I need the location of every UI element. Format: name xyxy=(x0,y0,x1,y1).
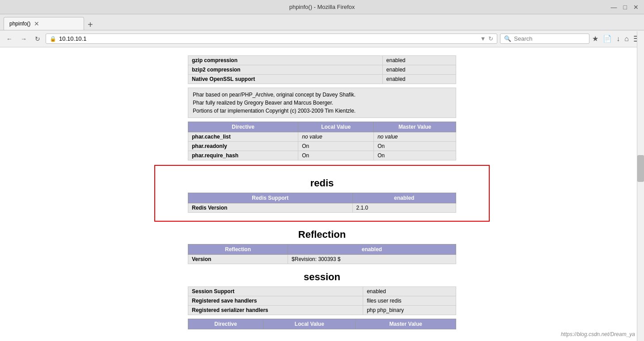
security-icon: 🔒 xyxy=(50,36,56,42)
table-header-row: Directive Local Value Master Value xyxy=(188,319,456,329)
table-row: gzip compression enabled xyxy=(188,56,456,65)
session-table: Session Support enabled Registered save … xyxy=(188,286,456,315)
table-row: Version $Revision: 300393 $ xyxy=(188,255,456,264)
window-controls[interactable]: ― □ ✕ xyxy=(611,4,639,11)
cell-phar-readonly: phar.readonly xyxy=(188,142,298,151)
browser-navbar: ← → ↻ 🔒 ▼ ↻ 🔍 ★ 📄 ↓ ⌂ ☰ xyxy=(0,30,644,47)
table-row: phar.require_hash On On xyxy=(188,151,456,160)
phar-directive-table: Directive Local Value Master Value phar.… xyxy=(188,122,456,160)
col-master-value: Master Value xyxy=(374,122,456,132)
phar-info-line2: Phar fully realized by Gregory Beaver an… xyxy=(193,99,451,107)
cell-phar-require-hash: phar.require_hash xyxy=(188,151,298,160)
col-redis-enabled: enabled xyxy=(352,193,456,203)
phar-info-box: Phar based on pear/PHP_Archive, original… xyxy=(188,88,456,118)
col-local-value: Local Value xyxy=(263,319,356,329)
session-directive-table: Directive Local Value Master Value xyxy=(188,319,456,329)
scrollbar-thumb[interactable] xyxy=(637,155,644,182)
reload-button[interactable]: ↻ xyxy=(32,34,43,44)
download-icon[interactable]: ↓ xyxy=(616,35,620,43)
home-icon[interactable]: ⌂ xyxy=(624,35,629,43)
table-header-row: Directive Local Value Master Value xyxy=(188,122,456,132)
bookmark-star-icon[interactable]: ★ xyxy=(592,34,598,43)
forward-button[interactable]: → xyxy=(18,34,30,44)
cell-openssl-directive: Native OpenSSL support xyxy=(188,75,383,84)
cell-reflection-version-key: Version xyxy=(188,255,288,264)
col-directive: Directive xyxy=(188,319,263,329)
watermark: https://blog.csdn.net/Dream_ya xyxy=(561,331,635,337)
col-redis-support: Redis Support xyxy=(188,193,353,203)
cell-serializer-handlers-value: php php_binary xyxy=(363,306,456,315)
dropdown-icon[interactable]: ▼ xyxy=(480,35,486,42)
cell-phar-readonly-master: On xyxy=(374,142,456,151)
col-reflection: Reflection xyxy=(188,244,288,255)
cell-gzip-directive: gzip compression xyxy=(188,56,383,65)
phar-info-line3: Portions of tar implementation Copyright… xyxy=(193,107,451,115)
address-input[interactable] xyxy=(59,35,477,42)
cell-gzip-value: enabled xyxy=(382,56,456,65)
browser-tab[interactable]: phpinfo() ✕ xyxy=(4,17,84,30)
table-row: Registered save handlers files user redi… xyxy=(188,296,456,306)
table-header-row: Reflection enabled xyxy=(188,244,456,255)
phar-info-line1: Phar based on pear/PHP_Archive, original… xyxy=(193,91,451,99)
cell-session-support-value: enabled xyxy=(363,287,456,296)
cell-save-handlers-key: Registered save handlers xyxy=(188,296,363,306)
minimize-button[interactable]: ― xyxy=(611,4,617,11)
cell-redis-version-value: 2.1.0 xyxy=(352,203,456,213)
browser-title: phpinfo() - Mozilla Firefox xyxy=(289,4,355,10)
reflection-section-title: Reflection xyxy=(94,229,550,240)
redis-section: redis Redis Support enabled Redis Versio… xyxy=(154,165,490,222)
cell-openssl-value: enabled xyxy=(382,75,456,84)
table-header-row: Redis Support enabled xyxy=(188,193,456,203)
col-reflection-enabled: enabled xyxy=(288,244,456,255)
phar-top-table: gzip compression enabled bzip2 compressi… xyxy=(188,55,456,84)
cell-phar-cache-list-master: no value xyxy=(374,132,456,142)
bookmark-page-icon[interactable]: 📄 xyxy=(603,34,612,43)
new-tab-button[interactable]: + xyxy=(88,20,93,30)
table-row: Redis Version 2.1.0 xyxy=(188,203,456,213)
page-content: gzip compression enabled bzip2 compressi… xyxy=(0,47,644,337)
search-bar[interactable]: 🔍 xyxy=(500,34,589,44)
nav-icons-right: ★ 📄 ↓ ⌂ ☰ xyxy=(592,34,640,44)
redis-table: Redis Support enabled Redis Version 2.1.… xyxy=(188,193,456,213)
cell-session-support-key: Session Support xyxy=(188,287,363,296)
col-local-value: Local Value xyxy=(298,122,374,132)
cell-serializer-handlers-key: Registered serializer handlers xyxy=(188,306,363,315)
back-button[interactable]: ← xyxy=(4,34,15,44)
scrollbar-track[interactable] xyxy=(637,31,644,337)
table-row: phar.readonly On On xyxy=(188,142,456,151)
table-row: Registered serializer handlers php php_b… xyxy=(188,306,456,315)
session-section-title: session xyxy=(94,271,550,283)
reflection-table: Reflection enabled Version $Revision: 30… xyxy=(188,244,456,264)
tab-close-button[interactable]: ✕ xyxy=(34,20,39,27)
table-row: phar.cache_list no value no value xyxy=(188,132,456,142)
cell-bzip2-directive: bzip2 compression xyxy=(188,65,383,75)
cell-phar-cache-list-local: no value xyxy=(298,132,374,142)
table-row: Native OpenSSL support enabled xyxy=(188,75,456,84)
cell-phar-require-hash-local: On xyxy=(298,151,374,160)
address-bar[interactable]: 🔒 ▼ ↻ xyxy=(46,34,497,44)
cell-redis-version-key: Redis Version xyxy=(188,203,353,213)
close-button[interactable]: ✕ xyxy=(633,4,639,11)
cell-phar-readonly-local: On xyxy=(298,142,374,151)
cell-reflection-version-value: $Revision: 300393 $ xyxy=(288,255,456,264)
col-directive: Directive xyxy=(188,122,298,132)
cell-save-handlers-value: files user redis xyxy=(363,296,456,306)
redis-section-title: redis xyxy=(160,177,484,189)
search-input[interactable] xyxy=(514,35,576,42)
cell-phar-require-hash-master: On xyxy=(374,151,456,160)
refresh-icon[interactable]: ↻ xyxy=(488,35,493,42)
tab-label: phpinfo() xyxy=(9,21,30,27)
browser-titlebar: phpinfo() - Mozilla Firefox ― □ ✕ xyxy=(0,0,644,14)
cell-phar-cache-list: phar.cache_list xyxy=(188,132,298,142)
col-master-value: Master Value xyxy=(356,319,456,329)
table-row: Session Support enabled xyxy=(188,287,456,296)
table-row: bzip2 compression enabled xyxy=(188,65,456,75)
cell-bzip2-value: enabled xyxy=(382,65,456,75)
search-icon: 🔍 xyxy=(504,35,511,42)
maximize-button[interactable]: □ xyxy=(623,4,627,11)
tab-bar: phpinfo() ✕ + xyxy=(0,14,644,30)
